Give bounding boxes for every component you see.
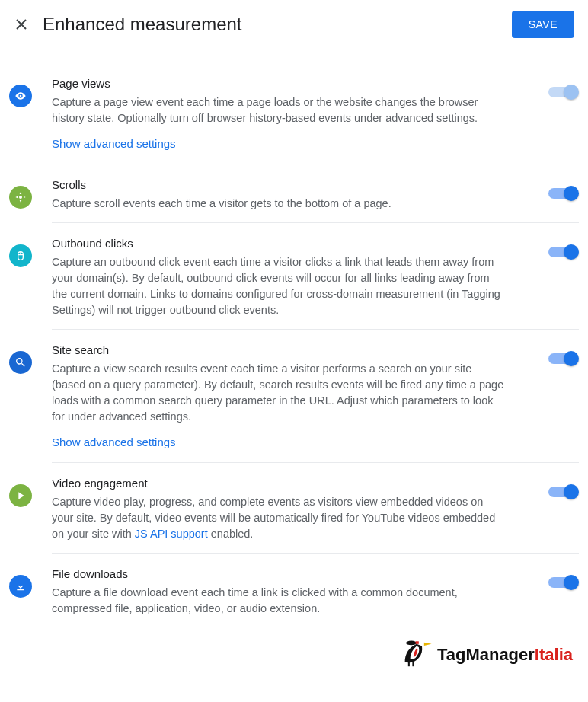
description-post: enabled. bbox=[208, 528, 254, 540]
setting-row-site-search: Site search Capture a view search result… bbox=[52, 330, 579, 463]
setting-title: Outbound clicks bbox=[52, 237, 506, 250]
setting-row-video-engagement: Video engagement Capture video play, pro… bbox=[52, 463, 579, 554]
toggle-video-engagement[interactable] bbox=[548, 484, 579, 499]
setting-row-file-downloads: File downloads Capture a file download e… bbox=[52, 554, 579, 627]
toggle-page-views[interactable] bbox=[548, 85, 579, 100]
setting-title: Video engagement bbox=[52, 477, 506, 490]
download-icon bbox=[9, 575, 32, 598]
search-icon bbox=[9, 351, 32, 374]
description-pre: Capture video play, progress, and comple… bbox=[52, 496, 495, 540]
svg-point-2 bbox=[19, 196, 22, 199]
setting-description: Capture a view search results event each… bbox=[52, 361, 506, 425]
toggle-scrolls[interactable] bbox=[548, 186, 579, 201]
js-api-support-link[interactable]: JS API support bbox=[135, 528, 208, 540]
logo-text-1: TagManager bbox=[437, 645, 535, 664]
close-icon[interactable] bbox=[14, 17, 29, 32]
setting-row-scrolls: Scrolls Capture scroll events each time … bbox=[52, 164, 579, 223]
svg-point-3 bbox=[406, 641, 417, 646]
setting-content: Page views Capture a page view event eac… bbox=[52, 77, 579, 153]
save-button[interactable]: SAVE bbox=[512, 11, 574, 38]
svg-rect-7 bbox=[412, 661, 414, 666]
setting-content: Video engagement Capture video play, pro… bbox=[52, 477, 579, 542]
svg-rect-4 bbox=[416, 642, 419, 645]
logo-text-2: Italia bbox=[535, 645, 573, 664]
settings-list: Page views Capture a page view event eac… bbox=[0, 49, 588, 627]
mouse-icon bbox=[9, 244, 32, 267]
svg-marker-5 bbox=[424, 643, 432, 646]
setting-description: Capture video play, progress, and comple… bbox=[52, 494, 506, 542]
show-advanced-link[interactable]: Show advanced settings bbox=[52, 436, 176, 448]
page-title: Enhanced measurement bbox=[43, 14, 242, 35]
header: Enhanced measurement SAVE bbox=[0, 0, 588, 49]
setting-description: Capture a page view event each time a pa… bbox=[52, 94, 506, 126]
tagmanageritalia-logo: TagManagerItalia bbox=[401, 637, 573, 673]
setting-content: Site search Capture a view search result… bbox=[52, 343, 579, 452]
footer-logo: TagManagerItalia bbox=[0, 627, 588, 691]
svg-rect-6 bbox=[408, 661, 410, 666]
setting-title: Site search bbox=[52, 343, 506, 356]
setting-content: Outbound clicks Capture an outbound clic… bbox=[52, 237, 579, 318]
toggle-outbound-clicks[interactable] bbox=[548, 244, 579, 260]
toggle-file-downloads[interactable] bbox=[548, 575, 579, 590]
toggle-site-search[interactable] bbox=[548, 351, 579, 366]
compass-icon bbox=[9, 186, 32, 209]
show-advanced-link[interactable]: Show advanced settings bbox=[52, 137, 176, 150]
setting-description: Capture a file download event each time … bbox=[52, 585, 506, 617]
eye-icon bbox=[9, 85, 32, 107]
logo-text: TagManagerItalia bbox=[437, 645, 573, 665]
setting-title: File downloads bbox=[52, 567, 506, 580]
setting-description: Capture scroll events each time a visito… bbox=[52, 196, 506, 212]
play-icon bbox=[9, 484, 32, 507]
woodpecker-icon bbox=[401, 637, 433, 673]
setting-title: Page views bbox=[52, 77, 506, 90]
header-left: Enhanced measurement bbox=[14, 14, 242, 35]
setting-row-outbound-clicks: Outbound clicks Capture an outbound clic… bbox=[52, 223, 579, 330]
setting-content: File downloads Capture a file download e… bbox=[52, 567, 579, 617]
setting-title: Scrolls bbox=[52, 178, 506, 191]
setting-content: Scrolls Capture scroll events each time … bbox=[52, 178, 579, 212]
setting-row-page-views: Page views Capture a page view event eac… bbox=[52, 63, 579, 164]
setting-description: Capture an outbound click event each tim… bbox=[52, 254, 506, 318]
